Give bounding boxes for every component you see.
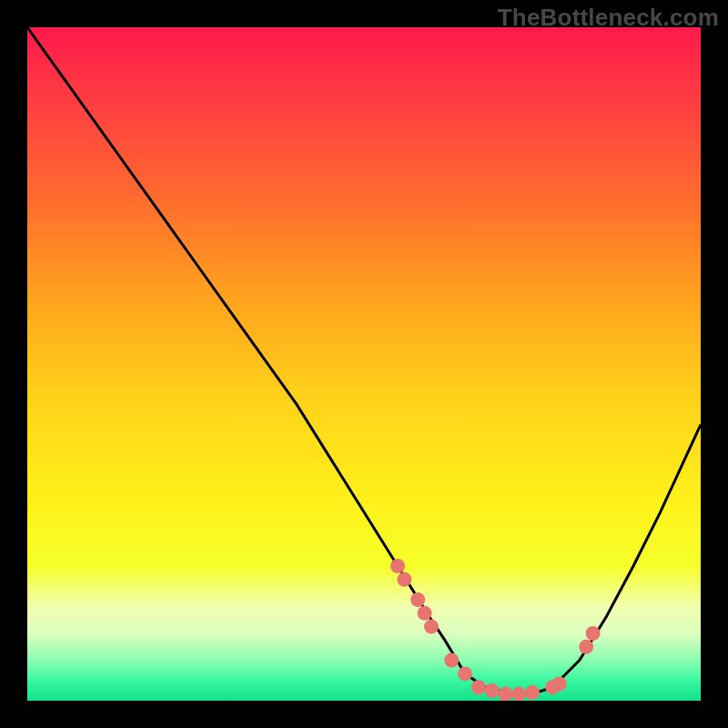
- data-marker: [390, 559, 405, 573]
- data-marker: [525, 685, 540, 700]
- data-marker: [444, 653, 459, 668]
- data-marker: [397, 572, 411, 587]
- data-marker: [579, 640, 593, 654]
- data-marker: [471, 680, 486, 694]
- data-marker: [485, 683, 500, 698]
- chart-svg: [27, 27, 701, 701]
- data-marker: [498, 687, 512, 701]
- plot-area: [27, 27, 701, 701]
- data-marker: [424, 620, 439, 634]
- gradient-background: [27, 27, 701, 701]
- data-marker: [418, 606, 432, 621]
- data-marker: [552, 677, 567, 692]
- watermark-text: TheBottleneck.com: [498, 4, 719, 32]
- chart-container: TheBottleneck.com: [0, 0, 728, 728]
- data-marker: [410, 592, 425, 607]
- data-marker: [511, 687, 526, 701]
- data-marker: [586, 626, 601, 641]
- data-marker: [458, 666, 472, 681]
